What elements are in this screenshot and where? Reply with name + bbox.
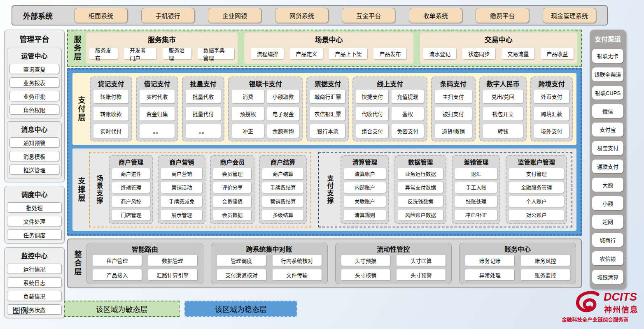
management-item-button[interactable]: 查询查复 [9, 64, 59, 74]
support-item-button[interactable]: 营销费结算 [262, 196, 303, 207]
management-item-button[interactable]: 批处理 [7, 202, 62, 213]
support-item-button[interactable]: 清算账户 [344, 168, 386, 179]
integration-item-button[interactable]: 产品接入 [93, 269, 142, 280]
support-item-button[interactable]: 展示管理 [161, 210, 202, 221]
payment-item-button[interactable]: 主扫支付 [435, 90, 472, 103]
support-item-button[interactable]: 商户风控 [112, 196, 150, 207]
management-item-button[interactable]: 业务报表 [9, 77, 59, 88]
support-item-button[interactable]: 会员储值 [213, 196, 251, 207]
service-item-button[interactable]: 状态同步 [462, 48, 495, 59]
support-item-button[interactable]: 支付管理 [509, 168, 564, 179]
external-system-button[interactable]: 收单系统 [409, 8, 462, 23]
integration-item-button[interactable]: 文件传输 [273, 269, 322, 280]
payment-item-button[interactable]: 退货/撤销 [435, 124, 472, 138]
support-item-button[interactable]: 营销活动 [161, 182, 202, 193]
service-item-button[interactable]: 服务发布 [89, 48, 118, 59]
integration-item-button[interactable]: 头寸预警 [397, 269, 446, 280]
payment-channel-button[interactable]: 微信 [592, 104, 623, 118]
support-item-button[interactable]: 手续费减免 [161, 196, 202, 207]
integration-item-button[interactable]: 账务记账 [465, 255, 514, 266]
management-item-button[interactable]: 文件处理 [7, 216, 62, 226]
external-system-button[interactable]: 网贷系统 [275, 8, 329, 23]
payment-channel-button[interactable]: 超网 [592, 215, 623, 229]
payment-channel-button[interactable]: 易宝支付 [592, 141, 623, 155]
external-system-button[interactable]: 柜面系统 [74, 8, 128, 23]
payment-item-button[interactable]: 批量代收 [186, 90, 221, 103]
payment-item-button[interactable]: 冲正 [232, 124, 264, 138]
support-item-button[interactable]: 手工入账 [455, 182, 497, 193]
payment-channel-button[interactable]: 城银清算 [592, 270, 623, 284]
integration-item-button[interactable]: 支付渠道核对 [217, 269, 266, 280]
service-item-button[interactable]: 流水登记 [423, 48, 456, 59]
support-item-button[interactable]: 挂账处理 [455, 196, 497, 207]
support-item-button[interactable]: 对公账户 [509, 210, 564, 221]
integration-item-button[interactable]: 头寸核销 [341, 269, 390, 280]
payment-item-button[interactable]: 余额查询 [267, 124, 299, 138]
service-item-button[interactable]: 产品发布 [373, 48, 406, 59]
external-system-button[interactable]: 现金管理系统 [543, 8, 596, 23]
payment-item-button[interactable]: 资金归集 [140, 107, 175, 120]
payment-item-button[interactable]: 电子现金 [267, 107, 299, 120]
payment-item-button[interactable]: 批量代付 [186, 107, 221, 120]
support-item-button[interactable]: 门店管理 [112, 210, 150, 221]
integration-item-button[interactable]: 账务监控 [521, 269, 570, 280]
payment-item-button[interactable]: 农信银汇票 [310, 107, 345, 120]
payment-item-button[interactable]: 实时代付 [93, 124, 128, 138]
payment-channel-button[interactable]: 城商行 [592, 233, 623, 247]
external-system-button[interactable]: 手机银行 [141, 8, 195, 23]
service-item-button[interactable]: 服务治理 [163, 48, 191, 59]
service-item-button[interactable]: 产品定义 [290, 48, 323, 59]
payment-channel-button[interactable]: 大额 [592, 178, 623, 192]
management-item-button[interactable]: 通知预警 [9, 137, 59, 148]
payment-item-button[interactable]: 银行本票 [310, 124, 345, 138]
support-item-button[interactable]: 终端管理 [112, 182, 150, 193]
management-item-button[interactable]: 推送管理 [9, 164, 59, 175]
support-item-button[interactable]: 业务运行数据 [398, 168, 443, 179]
support-item-button[interactable]: 清算规则 [344, 210, 386, 221]
payment-item-button[interactable]: 钱包开立 [483, 107, 523, 120]
payment-channel-button[interactable]: 支付宝 [592, 123, 623, 137]
support-item-button[interactable]: 内部账户 [344, 182, 386, 193]
payment-item-button[interactable]: 免密支付 [392, 124, 424, 138]
external-system-button[interactable]: 缴费平台 [476, 8, 529, 23]
payment-item-button[interactable]: 消费 [232, 90, 264, 103]
service-item-button[interactable]: 产品上下架 [329, 48, 367, 59]
payment-channel-button[interactable]: 小额 [592, 196, 623, 210]
support-item-button[interactable]: 手续费结算 [262, 182, 303, 193]
support-item-button[interactable]: 冲正/补正 [455, 210, 497, 221]
payment-item-button[interactable]: 鉴权 [392, 107, 424, 120]
management-item-button[interactable]: 负载情况 [7, 291, 62, 301]
payment-item-button[interactable]: 兑出/兑回 [483, 90, 523, 103]
service-item-button[interactable]: 数据字典管理 [198, 48, 235, 59]
support-item-button[interactable]: 会员数据 [213, 210, 251, 221]
integration-item-button[interactable]: 异常处理 [465, 269, 514, 280]
payment-item-button[interactable]: 快捷支付 [356, 90, 388, 103]
support-item-button[interactable]: 评价分享 [213, 182, 251, 193]
support-item-button[interactable]: 风险账户数据 [398, 210, 443, 221]
integration-item-button[interactable]: 租户管理 [93, 255, 142, 266]
payment-item-button[interactable]: 。。 [140, 124, 175, 138]
external-system-button[interactable]: 互金平台 [342, 8, 395, 23]
payment-item-button[interactable]: 跨境汇款 [534, 107, 569, 120]
integration-item-button[interactable]: 汇路计算引擎 [148, 269, 197, 280]
payment-item-button[interactable]: 实时代收 [140, 90, 175, 103]
payment-item-button[interactable]: 预授权 [232, 107, 264, 120]
support-item-button[interactable]: 商户结算 [262, 168, 303, 179]
payment-channel-button[interactable]: 通联支付 [592, 160, 623, 174]
support-item-button[interactable]: 反洗钱数据 [398, 196, 443, 207]
integration-item-button[interactable]: 头寸匡算 [397, 255, 446, 266]
management-item-button[interactable]: 任务调度 [7, 229, 62, 240]
payment-item-button[interactable]: 小额取款 [267, 90, 299, 103]
payment-item-button[interactable]: 被扫支付 [435, 107, 472, 120]
payment-item-button[interactable]: 转账收款 [93, 107, 128, 120]
support-item-button[interactable]: 商户进件 [112, 168, 150, 179]
management-item-button[interactable]: 角色权限 [9, 104, 59, 115]
integration-item-button[interactable]: 管理调度 [217, 255, 266, 266]
support-item-button[interactable]: 退汇 [455, 168, 497, 179]
integration-item-button[interactable]: 账务风控 [521, 255, 570, 266]
management-item-button[interactable]: 系统日志 [7, 277, 62, 287]
payment-channel-button[interactable]: 银联CUPS [592, 86, 623, 100]
payment-item-button[interactable]: 转钱 [483, 124, 523, 138]
support-item-button[interactable]: 异常支付数据 [398, 182, 443, 193]
payment-item-button[interactable]: 外币支付 [534, 90, 569, 103]
